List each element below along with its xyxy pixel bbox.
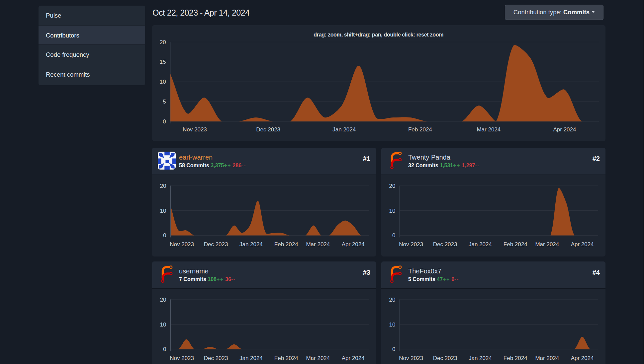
svg-text:10: 10 [160,322,166,328]
svg-text:20: 20 [160,183,166,189]
svg-text:0: 0 [392,232,395,239]
svg-text:Dec 2023: Dec 2023 [204,241,228,248]
svg-text:Mar 2024: Mar 2024 [306,355,330,361]
svg-text:5: 5 [163,99,166,105]
svg-text:20: 20 [389,297,396,303]
svg-text:Jan 2024: Jan 2024 [239,355,263,361]
svg-text:0: 0 [163,346,166,352]
svg-text:Nov 2023: Nov 2023 [399,241,423,248]
svg-text:20: 20 [389,183,396,189]
svg-text:10: 10 [389,208,396,214]
svg-text:20: 20 [160,297,166,303]
svg-text:Apr 2024: Apr 2024 [571,241,594,248]
svg-text:Jan 2024: Jan 2024 [239,241,263,248]
svg-text:0: 0 [163,232,166,239]
svg-text:Apr 2024: Apr 2024 [342,241,365,248]
svg-text:Nov 2023: Nov 2023 [170,355,194,361]
svg-text:Jan 2024: Jan 2024 [332,126,356,133]
svg-text:10: 10 [160,208,166,214]
svg-text:15: 15 [160,59,166,65]
svg-text:Feb 2024: Feb 2024 [504,241,527,248]
svg-text:10: 10 [160,79,166,85]
svg-text:Feb 2024: Feb 2024 [274,355,298,361]
svg-text:Mar 2024: Mar 2024 [535,355,559,361]
svg-text:10: 10 [389,322,396,328]
svg-text:Mar 2024: Mar 2024 [306,241,330,248]
svg-text:20: 20 [160,39,166,45]
svg-text:Dec 2023: Dec 2023 [433,355,457,361]
svg-text:Nov 2023: Nov 2023 [183,126,207,133]
svg-text:Dec 2023: Dec 2023 [204,355,228,361]
svg-text:Dec 2023: Dec 2023 [256,126,280,133]
svg-text:0: 0 [163,118,166,125]
svg-text:Apr 2024: Apr 2024 [342,355,365,361]
svg-text:Mar 2024: Mar 2024 [535,241,559,248]
svg-text:0: 0 [392,346,395,352]
svg-text:Feb 2024: Feb 2024 [408,126,432,133]
svg-text:Mar 2024: Mar 2024 [477,126,501,133]
svg-text:Nov 2023: Nov 2023 [399,355,423,361]
svg-text:Feb 2024: Feb 2024 [504,355,527,361]
svg-text:drag: zoom, shift+drag: pan, d: drag: zoom, shift+drag: pan, double clic… [314,32,443,37]
svg-text:Apr 2024: Apr 2024 [571,355,594,361]
svg-text:Apr 2024: Apr 2024 [553,126,576,133]
svg-text:Feb 2024: Feb 2024 [274,241,298,248]
svg-text:Nov 2023: Nov 2023 [170,241,194,248]
svg-text:Jan 2024: Jan 2024 [469,241,492,248]
svg-text:Jan 2024: Jan 2024 [469,355,492,361]
svg-text:Dec 2023: Dec 2023 [433,241,457,248]
